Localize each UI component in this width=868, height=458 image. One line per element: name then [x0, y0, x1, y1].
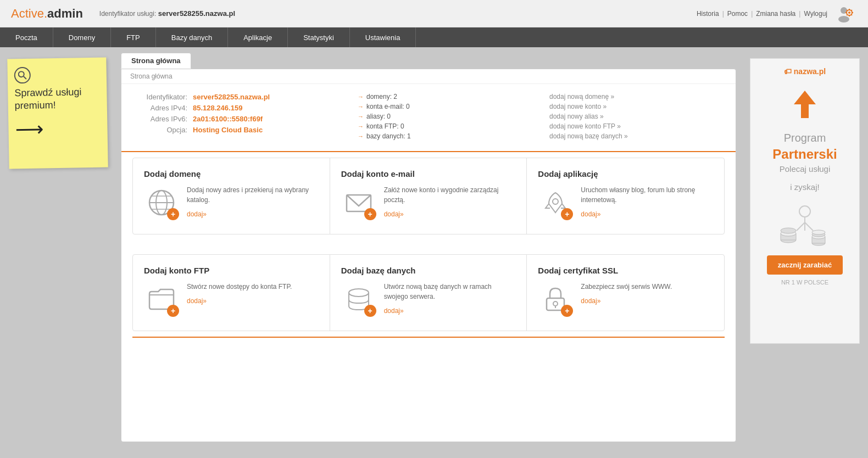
stat-aliasy: → aliasy: 0	[358, 113, 533, 120]
card-domain-link[interactable]: dodaj»	[187, 209, 319, 219]
nav-historia[interactable]: Historia	[697, 10, 719, 18]
ssl-plus-badge: +	[561, 305, 573, 317]
svg-line-10	[852, 10, 852, 10]
card-email: Dodaj konto e-mail + Załóż nowe konto i …	[330, 158, 527, 234]
svg-point-33	[781, 228, 796, 233]
opcja-label: Opcja:	[132, 126, 187, 134]
card-ftp-text: Stwórz nowe dostępy do konta FTP. dodaj»	[187, 282, 319, 306]
nav-statystyki[interactable]: Statystyki	[288, 27, 350, 47]
ftp-plus-badge: +	[167, 305, 179, 317]
sticky-note-text: Sprawdź usługi premium!	[14, 86, 101, 113]
ad-logo: 🏷 nazwa.pl	[784, 67, 826, 76]
stat-bazy-danych: → bazy danych: 1	[358, 132, 533, 140]
card-domain-body: + Dodaj nowy adres i przekieruj na wybra…	[144, 185, 319, 220]
domain-icon: +	[144, 185, 179, 220]
card-app: Dodaj aplikację +	[527, 158, 724, 234]
svg-line-8	[847, 10, 847, 10]
ad-upload-icon	[791, 88, 819, 126]
svg-point-12	[19, 71, 24, 77]
svg-point-38	[812, 230, 825, 234]
card-ssl-body: + Zabezpiecz swój serwis WWW. dodaj»	[538, 282, 713, 317]
nav-pomoc[interactable]: Pomoc	[727, 10, 748, 18]
ftp-icon: +	[144, 282, 179, 317]
nav-poczta[interactable]: Poczta	[0, 27, 53, 47]
action-dodaj-baze[interactable]: dodaj nową bazę danych »	[549, 132, 725, 140]
arrow-icon: ⟶	[15, 116, 101, 141]
ad-polecaj-label: Polecaj usługi	[780, 164, 831, 174]
nav-wyloguj[interactable]: Wyloguj	[804, 10, 827, 18]
service-id-value: server528255.nazwa.pl	[158, 9, 235, 18]
card-email-text: Załóż nowe konto i wygodnie zarządzaj po…	[384, 185, 516, 219]
logo: Active.admin	[11, 7, 83, 21]
nav-ustawienia[interactable]: Ustawienia	[350, 27, 416, 47]
svg-point-20	[553, 199, 558, 204]
card-app-body: + Uruchom własny blog, forum lub stronę …	[538, 185, 713, 220]
logo-active: Active.	[11, 7, 47, 20]
nav-ftp[interactable]: FTP	[111, 27, 156, 47]
svg-marker-25	[794, 91, 816, 118]
ad-start-earning-button[interactable]: zacznij zarabiać	[767, 255, 843, 275]
search-icon	[14, 67, 31, 84]
sticky-note: Sprawdź usługi premium! ⟶	[7, 57, 108, 169]
breadcrumb: Strona główna	[121, 69, 736, 84]
ipv4-value: 85.128.246.159	[193, 104, 242, 112]
nav-zmiana-hasla[interactable]: Zmiana hasła	[756, 10, 795, 18]
identyfikator-label: Identyfikator:	[132, 93, 187, 101]
svg-line-29	[805, 222, 813, 231]
ad-i-zyskaj-label: i zyskaj!	[790, 182, 819, 192]
tab-strona-glowna[interactable]: Strona główna	[121, 53, 191, 69]
card-ftp-link[interactable]: dodaj»	[187, 296, 319, 306]
svg-line-13	[24, 76, 26, 79]
main-nav: Poczta Domeny FTP Bazy danych Aplikacje …	[0, 27, 868, 47]
action-dodaj-alias[interactable]: dodaj nowy alias »	[549, 113, 725, 120]
info-row-ipv6: Adres IPv6: 2a01:6100::5580:f69f	[132, 115, 341, 123]
svg-line-11	[847, 14, 847, 15]
card-app-link[interactable]: dodaj»	[581, 209, 713, 219]
stats-col: → domeny: 2 → konta e-mail: 0 → aliasy: …	[358, 93, 533, 142]
content-panel: Strona główna Identyfikator: server52825…	[121, 69, 736, 442]
stat-domeny: → domeny: 2	[358, 93, 533, 100]
top-nav-right: Historia | Pomoc | Zmiana hasła | Wylogu…	[693, 5, 857, 23]
action-dodaj-ftp[interactable]: dodaj nowe konto FTP »	[549, 122, 725, 130]
card-ftp-title: Dodaj konto FTP	[144, 266, 319, 275]
action-dodaj-domene[interactable]: dodaj nową domenę »	[549, 93, 725, 100]
nav-domeny[interactable]: Domeny	[53, 27, 111, 47]
action-dodaj-konto[interactable]: dodaj nowe konto »	[549, 103, 725, 110]
database-plus-badge: +	[364, 305, 376, 317]
card-domain-title: Dodaj domenę	[144, 169, 319, 178]
card-ssl: Dodaj certyfikat SSL +	[527, 255, 724, 331]
ipv4-label: Adres IPv4:	[132, 104, 187, 112]
gear-icons	[837, 5, 857, 23]
info-row-identyfikator: Identyfikator: server528255.nazwa.pl	[132, 93, 341, 101]
ipv6-label: Adres IPv6:	[132, 115, 187, 123]
spacer	[121, 240, 736, 249]
card-database-title: Dodaj bazę danych	[341, 266, 516, 275]
card-database: Dodaj bazę danych + Utwó	[330, 255, 527, 331]
ipv6-value: 2a01:6100::5580:f69f	[193, 115, 263, 123]
identyfikator-value: server528255.nazwa.pl	[193, 93, 270, 101]
left-sidebar: Sprawdź usługi premium! ⟶	[0, 53, 115, 453]
card-ssl-link[interactable]: dodaj»	[581, 296, 713, 306]
svg-point-3	[848, 12, 850, 14]
card-email-link[interactable]: dodaj»	[384, 209, 516, 219]
nav-bazy-danych[interactable]: Bazy danych	[156, 27, 228, 47]
info-row-ipv4: Adres IPv4: 85.128.246.159	[132, 104, 341, 112]
card-ftp-body: + Stwórz nowe dostępy do konta FTP. doda…	[144, 282, 319, 317]
nav-aplikacje[interactable]: Aplikacje	[228, 27, 288, 47]
svg-point-23	[553, 301, 558, 306]
email-icon: +	[341, 185, 376, 220]
info-left: Identyfikator: server528255.nazwa.pl Adr…	[132, 93, 341, 142]
domain-plus-badge: +	[167, 208, 179, 220]
card-domain: Dodaj domenę +	[133, 158, 330, 234]
email-plus-badge: +	[364, 208, 376, 220]
card-domain-text: Dodaj nowy adres i przekieruj na wybrany…	[187, 185, 319, 219]
card-database-link[interactable]: dodaj»	[384, 306, 516, 316]
card-ftp: Dodaj konto FTP + Stwórz nowe dostępy do	[133, 255, 330, 331]
card-ssl-text: Zabezpiecz swój serwis WWW. dodaj»	[581, 282, 713, 306]
ad-panel: 🏷 nazwa.pl Program Partnerski Polecaj us…	[750, 58, 860, 344]
card-email-body: + Załóż nowe konto i wygodnie zarządzaj …	[341, 185, 516, 220]
database-icon: +	[341, 282, 376, 317]
card-email-title: Dodaj konto e-mail	[341, 169, 516, 178]
svg-point-21	[349, 289, 369, 297]
info-right: → domeny: 2 → konta e-mail: 0 → aliasy: …	[341, 93, 725, 142]
